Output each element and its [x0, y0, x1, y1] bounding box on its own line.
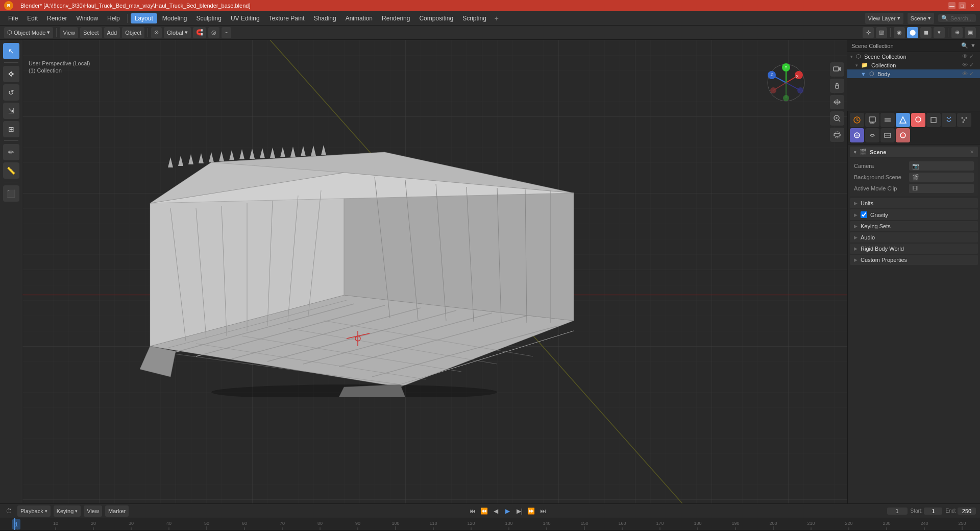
- prev-keyframe-button[interactable]: ⏪: [479, 506, 489, 516]
- marker-menu[interactable]: Marker: [105, 505, 129, 517]
- rotate-tool[interactable]: ↺: [3, 84, 19, 101]
- snap-button[interactable]: 🧲: [193, 27, 206, 38]
- outliner-item-body[interactable]: ▼ ⬡ Body 👁 ✓: [847, 69, 980, 78]
- menu-render[interactable]: Render: [43, 13, 71, 23]
- scene-properties-tab[interactable]: [896, 113, 910, 127]
- measure-tool[interactable]: 📏: [3, 162, 19, 179]
- transform-pivot[interactable]: ⊙: [151, 27, 162, 38]
- annotate-tool[interactable]: ✏: [3, 144, 19, 160]
- view-layer-dropdown[interactable]: View Layer ▾: [865, 13, 903, 24]
- playback-menu[interactable]: Playback ▾: [17, 505, 51, 517]
- units-section-header[interactable]: ▶ Units: [850, 198, 978, 208]
- camera-value[interactable]: 📷: [909, 161, 974, 171]
- minimize-button[interactable]: —: [948, 2, 955, 9]
- workspace-tab-compositing[interactable]: Compositing: [415, 13, 457, 23]
- outliner-item-scene-collection[interactable]: ▾ ⬡ Scene Collection 👁 ✓: [847, 52, 980, 61]
- modifier-properties-tab[interactable]: [942, 113, 956, 127]
- workspace-tab-shading[interactable]: Shading: [310, 13, 340, 23]
- gizmo-options[interactable]: ⊕: [951, 27, 963, 38]
- timeline-type-icon[interactable]: ⏱: [4, 506, 14, 516]
- background-scene-value[interactable]: 🎬: [909, 173, 974, 182]
- workspace-tab-modeling[interactable]: Modeling: [158, 13, 191, 23]
- active-movie-clip-value[interactable]: 🎞: [909, 184, 974, 193]
- start-frame-field[interactable]: 1: [924, 508, 942, 515]
- scene-section-header[interactable]: ▾ 🎬 Scene ✕: [850, 147, 978, 157]
- orbit-button[interactable]: [830, 128, 844, 142]
- view-menu[interactable]: View: [60, 27, 78, 38]
- workspace-tab-layout[interactable]: Layout: [131, 13, 157, 23]
- custom-properties-section-header[interactable]: ▶ Custom Properties: [850, 255, 978, 265]
- cursor-tool[interactable]: ↖: [3, 43, 19, 59]
- particles-properties-tab[interactable]: [957, 113, 971, 127]
- search-bar[interactable]: 🔍 Search...: [938, 14, 976, 22]
- outliner-item-collection[interactable]: ▾ 📁 Collection 👁 ✓: [847, 61, 980, 69]
- outliner-filter-icon[interactable]: ▼: [970, 42, 976, 49]
- shading-rendered[interactable]: ◼: [920, 27, 932, 38]
- transform-orientation[interactable]: Global ▾: [164, 27, 191, 38]
- navigation-gizmo[interactable]: X Y Z: [766, 62, 806, 103]
- rigid-body-world-section-header[interactable]: ▶ Rigid Body World: [850, 244, 978, 254]
- material-properties-tab[interactable]: [896, 128, 910, 142]
- mode-selector[interactable]: ⬡ Object Mode ▾: [4, 27, 53, 38]
- workspace-tab-sculpting[interactable]: Sculpting: [192, 13, 226, 23]
- overlay-toggle[interactable]: ⊹: [863, 27, 874, 38]
- render-properties-tab[interactable]: [850, 113, 864, 127]
- xray-toggle[interactable]: ▨: [876, 27, 887, 38]
- scene-dropdown[interactable]: Scene ▾: [908, 13, 934, 24]
- outliner-search-icon[interactable]: 🔍: [961, 42, 968, 49]
- audio-section-header[interactable]: ▶ Audio: [850, 232, 978, 243]
- workspace-tab-uv-editing[interactable]: UV Editing: [227, 13, 264, 23]
- select-menu[interactable]: Select: [80, 27, 102, 38]
- world-properties-tab[interactable]: [911, 113, 925, 127]
- scale-tool[interactable]: ⇲: [3, 103, 19, 119]
- add-cube-tool[interactable]: ⬛: [3, 185, 19, 202]
- gravity-section-header[interactable]: ▶ Gravity: [850, 209, 978, 220]
- maximize-button[interactable]: □: [959, 2, 966, 9]
- menu-edit[interactable]: Edit: [23, 13, 42, 23]
- zoom-button[interactable]: [830, 111, 844, 126]
- keying-sets-section-header[interactable]: ▶ Keying Sets: [850, 221, 978, 231]
- transform-tool[interactable]: ⊞: [3, 121, 19, 137]
- object-properties-tab[interactable]: [926, 113, 941, 127]
- scene-panel-close[interactable]: ✕: [970, 149, 974, 155]
- falloff-type[interactable]: ⌢: [222, 27, 231, 38]
- prev-frame-button[interactable]: ◀: [491, 506, 501, 516]
- lock-camera-button[interactable]: [830, 79, 844, 93]
- data-properties-tab[interactable]: [880, 128, 895, 142]
- pan-button[interactable]: [830, 95, 844, 109]
- 3d-viewport[interactable]: User Perspective (Local) (1) Collection …: [22, 40, 847, 503]
- play-button[interactable]: ▶: [503, 506, 513, 516]
- workspace-tab-rendering[interactable]: Rendering: [378, 13, 414, 23]
- menu-help[interactable]: Help: [103, 13, 124, 23]
- object-menu[interactable]: Object: [122, 27, 144, 38]
- proportional-edit[interactable]: ◎: [208, 27, 219, 38]
- add-workspace-button[interactable]: +: [492, 13, 502, 23]
- workspace-tab-animation[interactable]: Animation: [341, 13, 377, 23]
- show-overlay[interactable]: ▣: [965, 27, 976, 38]
- menu-file[interactable]: File: [4, 13, 22, 23]
- viewport-options[interactable]: ▾: [934, 27, 945, 38]
- menu-window[interactable]: Window: [72, 13, 102, 23]
- timeline-view-menu[interactable]: View: [84, 505, 102, 517]
- gravity-checkbox[interactable]: [861, 211, 867, 218]
- timeline-ruler[interactable]: 1 0 10 20 30 40 50 60: [0, 518, 980, 530]
- output-properties-tab[interactable]: [865, 113, 879, 127]
- constraints-properties-tab[interactable]: [865, 128, 879, 142]
- keying-menu[interactable]: Keying ▾: [54, 505, 81, 517]
- next-keyframe-button[interactable]: ⏩: [526, 506, 536, 516]
- next-frame-button[interactable]: ▶|: [514, 506, 525, 516]
- view-layer-properties-tab[interactable]: [880, 113, 895, 127]
- move-tool[interactable]: ✥: [3, 66, 19, 82]
- shading-solid[interactable]: ◉: [894, 27, 905, 38]
- shading-material[interactable]: ⬤: [907, 27, 918, 38]
- end-frame-field[interactable]: 250: [958, 508, 976, 515]
- physics-properties-tab[interactable]: [850, 128, 864, 142]
- workspace-tab-scripting[interactable]: Scripting: [458, 13, 491, 23]
- add-menu[interactable]: Add: [104, 27, 120, 38]
- jump-end-button[interactable]: ⏭: [538, 506, 548, 516]
- jump-start-button[interactable]: ⏮: [468, 506, 478, 516]
- close-button[interactable]: ✕: [969, 2, 976, 9]
- current-frame-field[interactable]: 1: [887, 508, 908, 515]
- workspace-tab-texture-paint[interactable]: Texture Paint: [265, 13, 309, 23]
- view-camera-button[interactable]: [830, 62, 844, 77]
